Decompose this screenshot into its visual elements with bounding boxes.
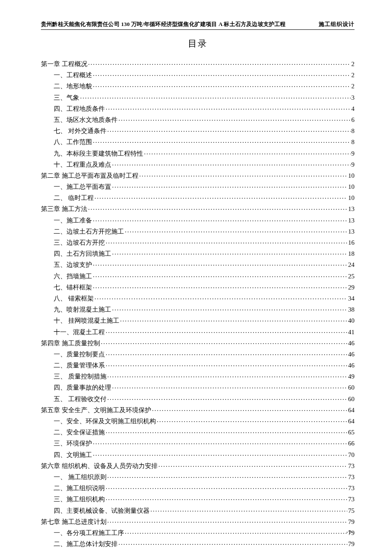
toc-entry-page: 64 [348, 418, 355, 425]
toc-entry-page: 2 [352, 83, 355, 90]
toc-entry: 九、喷射混凝土施工38 [41, 305, 355, 313]
toc-entry-page: 16 [348, 240, 355, 246]
toc-entry-page: 65 [348, 429, 355, 436]
toc-entry-page: 8 [352, 139, 355, 145]
toc-entry-page: 25 [348, 273, 355, 280]
toc-entry-page: 73 [348, 485, 355, 491]
toc-entry-label: 七、 对外交通条件 [54, 128, 107, 134]
toc-entry-label: 六、挡墙施工 [54, 273, 92, 280]
toc-entry-page: 60 [348, 396, 355, 402]
toc-leader-dots [152, 406, 347, 412]
toc-entry-label: 四、主要机械设备、试验测量仪器 [54, 508, 150, 514]
toc-entry: 第四章 施工质量控制46 [41, 339, 355, 347]
toc-entry: 三、边坡石方开挖16 [41, 238, 355, 246]
toc-entry-page: 70 [348, 452, 355, 458]
toc-leader-dots [107, 517, 347, 524]
toc-entry-page: 10 [348, 173, 355, 179]
toc-title: 目录 [41, 38, 355, 49]
toc-entry: 一、 施工组织原则73 [41, 473, 355, 480]
toc-entry: 第三章 施工方法13 [41, 205, 355, 212]
toc-entry: 六、挡墙施工25 [41, 272, 355, 280]
toc-entry-page: 13 [348, 217, 355, 224]
toc-entry-page: 13 [348, 206, 355, 212]
toc-entry: 一、质量控制要点46 [41, 350, 355, 358]
toc-entry-page: 6 [352, 117, 355, 123]
toc-leader-dots [112, 383, 347, 390]
toc-leader-dots [88, 60, 351, 66]
toc-entry: 五、 工程验收交付60 [41, 395, 355, 402]
toc-entry-label: 十、 挂网喷混凝土施工 [54, 318, 119, 324]
toc-entry-label: 八、 锚索框架 [54, 295, 94, 302]
toc-entry: 第二章 施工总平面布置及临时工程10 [41, 171, 355, 179]
toc-entry-label: 五、边坡支护 [54, 262, 92, 268]
toc-entry-page: 79 [348, 541, 355, 547]
toc-entry-label: 五、 工程验收交付 [54, 396, 107, 402]
toc-entry: 五、边坡支护24 [41, 260, 355, 268]
toc-entry: 八、 锚索框架34 [41, 294, 355, 302]
toc-entry-page: 46 [348, 340, 355, 347]
toc-leader-dots [107, 473, 347, 479]
toc-leader-dots [95, 194, 347, 200]
toc-entry: 第五章 安全生产、文明施工及环境保护64 [41, 406, 355, 413]
document-page: 贵州黔桂天能焦化有限责任公司 130 万吨/年循环经济型煤焦化扩建项目 A 标土… [0, 0, 392, 555]
toc-entry: 八、工作范围8 [41, 138, 355, 145]
toc-leader-dots [118, 540, 347, 546]
toc-leader-dots [80, 93, 351, 100]
toc-entry-label: 三、气象 [54, 95, 79, 101]
toc-leader-dots [106, 104, 351, 111]
toc-leader-dots [107, 395, 347, 401]
toc-entry-page: 3 [352, 95, 355, 101]
toc-entry-label: 第四章 施工质量控制 [41, 340, 100, 347]
toc-entry-label: 一、 施工组织原则 [54, 474, 107, 480]
toc-entry-page: 9 [352, 162, 355, 168]
toc-entry-page: 2 [352, 72, 355, 78]
toc-leader-dots [150, 506, 347, 513]
toc-leader-dots [93, 283, 347, 289]
toc-entry: 五、场区水文地质条件6 [41, 116, 355, 123]
toc-entry-page: 73 [348, 474, 355, 480]
toc-entry-label: 四、工程地质条件 [54, 106, 105, 112]
toc-entry-label: 一、施工准备 [54, 217, 92, 224]
toc-entry-label: 三、 质量控制措施 [54, 373, 107, 380]
page-number: -1- [346, 529, 353, 535]
toc-entry-page: 38 [348, 306, 355, 313]
toc-leader-dots [93, 439, 347, 445]
toc-entry-page: 73 [348, 463, 355, 469]
toc-leader-dots [159, 462, 347, 468]
toc-entry: 一、施工总平面布置10 [41, 182, 355, 190]
toc-entry: 二、地形地貌2 [41, 82, 355, 90]
table-of-contents: 第一章 工程概况2一、工程概述2二、地形地貌2三、气象3四、工程地质条件4五、场… [41, 60, 355, 547]
toc-entry-label: 一、安全、环保及文明施工组织机构 [54, 418, 156, 425]
toc-entry-label: 第三章 施工方法 [41, 206, 87, 212]
toc-entry-label: 第一章 工程概况 [41, 61, 87, 67]
toc-entry-label: 十、工程重点及难点 [54, 162, 111, 168]
toc-entry-page: 10 [348, 195, 355, 201]
toc-entry-page: 79 [348, 519, 355, 525]
toc-entry: 十一、混凝土工程41 [41, 328, 355, 335]
toc-entry-label: 第六章 组织机构、设备及人员劳动力安排 [41, 463, 158, 469]
toc-entry-page: 73 [348, 496, 355, 503]
toc-leader-dots [106, 484, 347, 490]
toc-entry-label: 三、环境保护 [54, 440, 92, 447]
toc-leader-dots [106, 428, 347, 434]
toc-entry: 九、本标段主要建筑物工程特性9 [41, 149, 355, 157]
toc-leader-dots [157, 417, 347, 423]
toc-entry-page: 60 [348, 384, 355, 391]
toc-entry-label: 三、施工组织机构 [54, 496, 105, 503]
toc-entry: 四、主要机械设备、试验测量仪器75 [41, 506, 355, 514]
toc-entry-label: 九、本标段主要建筑物工程特性 [54, 150, 143, 157]
toc-entry-label: 七、锚杆框架 [54, 284, 92, 291]
toc-leader-dots [101, 339, 347, 345]
toc-entry-label: 二、施工组织说明 [54, 485, 105, 491]
header-underline [41, 29, 355, 30]
toc-entry-label: 八、工作范围 [54, 139, 92, 145]
toc-entry-label: 九、喷射混凝土施工 [54, 306, 111, 313]
toc-leader-dots [139, 171, 347, 178]
toc-entry: 一、工程概述2 [41, 71, 355, 78]
toc-entry: 二、施工总体计划安排79 [41, 540, 355, 547]
toc-entry-label: 二、安全保证措施 [54, 429, 105, 436]
toc-entry-label: 十一、混凝土工程 [54, 329, 105, 335]
toc-entry-page: 2 [352, 61, 355, 67]
toc-entry-label: 二、施工总体计划安排 [54, 541, 118, 547]
toc-entry-label: 第五章 安全生产、文明施工及环境保护 [41, 407, 151, 413]
